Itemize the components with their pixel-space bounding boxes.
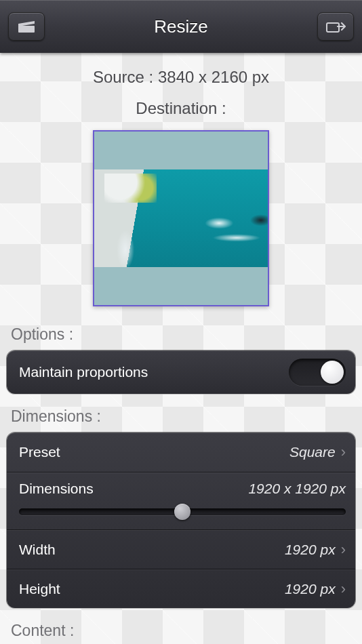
- share-icon: [325, 20, 346, 33]
- destination-label: Destination :: [0, 99, 362, 118]
- preset-value: Square: [289, 444, 336, 460]
- svg-rect-0: [18, 26, 35, 33]
- preview-container: [0, 130, 362, 306]
- preset-label: Preset: [19, 444, 60, 460]
- preset-row[interactable]: Preset Square ›: [7, 432, 355, 472]
- height-label: Height: [19, 581, 60, 597]
- content: Source : 3840 x 2160 px Destination : Op…: [0, 53, 362, 644]
- options-panel: Maintain proportions: [7, 350, 355, 394]
- maintain-proportions-row[interactable]: Maintain proportions: [7, 350, 355, 394]
- dimensions-slider[interactable]: [19, 505, 346, 519]
- share-button[interactable]: [317, 12, 354, 41]
- height-row[interactable]: Height 1920 px ›: [7, 569, 355, 608]
- dimensions-label: Dimensions: [19, 481, 94, 497]
- chevron-right-icon: ›: [341, 582, 346, 597]
- preview-image: [94, 169, 268, 267]
- height-value: 1920 px: [285, 581, 336, 597]
- maintain-proportions-toggle[interactable]: [289, 359, 346, 386]
- maintain-proportions-label: Maintain proportions: [19, 364, 148, 380]
- chevron-right-icon: ›: [341, 542, 346, 557]
- dimensions-value: 1920 x 1920 px: [248, 481, 346, 497]
- content-section-label: Content :: [0, 618, 362, 644]
- width-row[interactable]: Width 1920 px ›: [7, 529, 355, 569]
- width-label: Width: [19, 542, 56, 558]
- chevron-right-icon: ›: [341, 445, 346, 460]
- back-button[interactable]: [8, 12, 45, 41]
- toggle-knob: [321, 361, 344, 384]
- destination-preview[interactable]: [93, 130, 269, 306]
- dimensions-row: Dimensions 1920 x 1920 px: [7, 472, 355, 529]
- source-dimensions-text: Source : 3840 x 2160 px: [0, 68, 362, 87]
- width-value: 1920 px: [285, 542, 336, 558]
- dimensions-section-label: Dimensions :: [0, 403, 362, 432]
- page-title: Resize: [154, 16, 207, 37]
- options-section-label: Options :: [0, 321, 362, 350]
- preview-letterbox-bottom: [94, 267, 268, 305]
- clapperboard-icon: [18, 20, 35, 33]
- svg-rect-1: [327, 23, 339, 32]
- preview-letterbox-top: [94, 132, 268, 169]
- dimensions-panel: Preset Square › Dimensions 1920 x 1920 p…: [7, 432, 355, 608]
- navbar: Resize: [0, 0, 362, 53]
- slider-thumb[interactable]: [174, 504, 190, 520]
